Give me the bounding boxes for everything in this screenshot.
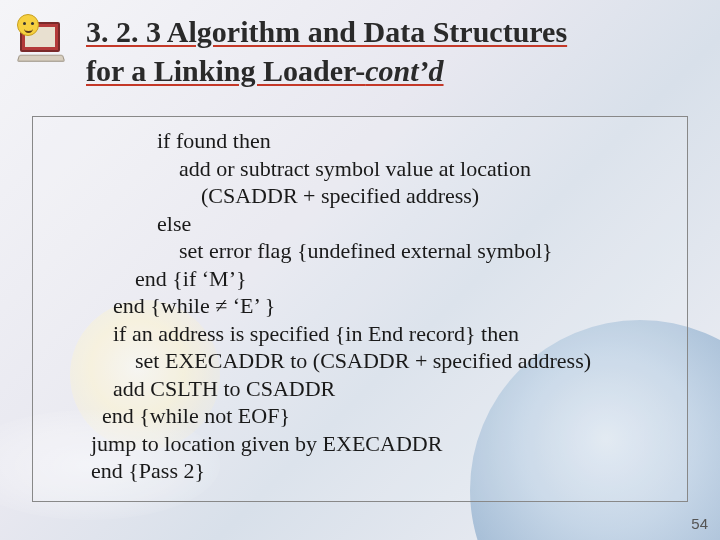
heading-contd: cont’d bbox=[365, 54, 443, 87]
heading-line1: 3. 2. 3 Algorithm and Data Structures bbox=[86, 15, 567, 48]
pseudocode-block: if found then add or subtract symbol val… bbox=[91, 127, 675, 485]
content-frame: if found then add or subtract symbol val… bbox=[32, 116, 688, 502]
keyboard-icon bbox=[17, 55, 65, 62]
page-number: 54 bbox=[691, 515, 708, 532]
computer-smiley-icon bbox=[14, 14, 68, 62]
heading-text: 3. 2. 3 Algorithm and Data Structures fo… bbox=[86, 12, 690, 90]
smiley-face-icon bbox=[17, 14, 39, 36]
slide-heading: 3. 2. 3 Algorithm and Data Structures fo… bbox=[86, 12, 690, 90]
heading-line2-prefix: for a Linking Loader- bbox=[86, 54, 365, 87]
